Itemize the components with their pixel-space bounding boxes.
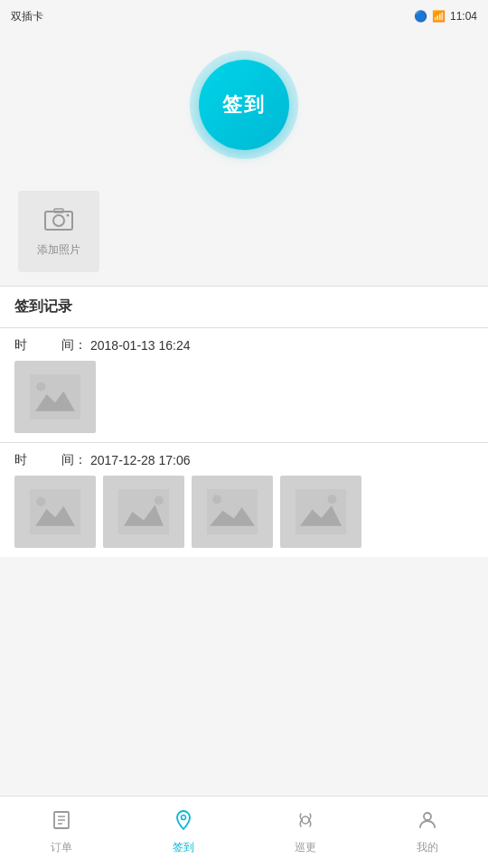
svg-point-1 bbox=[53, 215, 64, 226]
time-value-1: 2018-01-13 16:24 bbox=[90, 338, 191, 353]
records-section: 签到记录 时 间： 2018-01-13 16:24 bbox=[0, 287, 488, 557]
nav-label-order: 订单 bbox=[51, 840, 72, 855]
checkin-nav-icon bbox=[173, 809, 194, 836]
svg-rect-10 bbox=[118, 489, 169, 534]
svg-point-24 bbox=[302, 816, 309, 824]
checkin-button-label: 签到 bbox=[222, 91, 266, 118]
svg-point-9 bbox=[36, 497, 45, 506]
nav-item-checkin[interactable]: 签到 bbox=[122, 797, 244, 868]
status-bar: 双插卡 🔵 📶 11:04 bbox=[0, 0, 488, 33]
record-image bbox=[192, 476, 273, 548]
svg-point-15 bbox=[212, 495, 221, 504]
bottom-nav: 订单 签到 巡更 我的 bbox=[0, 796, 488, 868]
nav-item-patrol[interactable]: 巡更 bbox=[244, 797, 366, 868]
svg-point-25 bbox=[424, 813, 431, 820]
record-image bbox=[14, 476, 96, 548]
svg-rect-16 bbox=[296, 489, 346, 534]
nav-item-order[interactable]: 订单 bbox=[0, 797, 122, 868]
mine-icon bbox=[417, 809, 438, 836]
record-item: 时 间： 2018-01-13 16:24 bbox=[0, 328, 488, 442]
checkin-button-outer[interactable]: 签到 bbox=[190, 51, 298, 159]
time-label-jian-2: 间： bbox=[61, 452, 87, 468]
bluetooth-icon: 🔵 bbox=[414, 10, 427, 23]
photo-section: 添加照片 bbox=[0, 177, 488, 286]
svg-rect-4 bbox=[30, 374, 80, 420]
order-icon bbox=[51, 809, 72, 836]
add-photo-label: 添加照片 bbox=[37, 242, 80, 258]
top-section: 签到 bbox=[0, 33, 488, 177]
time-value-2: 2017-12-28 17:06 bbox=[90, 453, 191, 467]
record-image bbox=[280, 476, 361, 548]
record-images-1 bbox=[14, 361, 474, 433]
time-display: 11:04 bbox=[450, 10, 477, 23]
svg-point-6 bbox=[36, 382, 45, 392]
svg-point-12 bbox=[155, 496, 164, 505]
record-image bbox=[103, 476, 184, 548]
wifi-icon: 📶 bbox=[432, 10, 446, 23]
patrol-icon bbox=[295, 809, 316, 836]
checkin-button-inner[interactable]: 签到 bbox=[199, 60, 289, 150]
record-time-row-2: 时 间： 2017-12-28 17:06 bbox=[14, 452, 474, 468]
status-right: 🔵 📶 11:04 bbox=[414, 10, 477, 23]
nav-label-checkin: 签到 bbox=[173, 840, 194, 855]
record-time-row: 时 间： 2018-01-13 16:24 bbox=[14, 337, 474, 354]
record-image bbox=[14, 361, 96, 433]
record-images-2 bbox=[14, 476, 474, 548]
time-label-jian-1: 间： bbox=[61, 337, 87, 354]
svg-point-23 bbox=[181, 816, 185, 820]
time-label-shi-2: 时 bbox=[14, 452, 27, 468]
content-area: 签到 添加照片 签到记录 时 间： bbox=[0, 33, 488, 796]
svg-point-18 bbox=[328, 495, 337, 504]
time-label-shi-1: 时 bbox=[14, 337, 27, 354]
nav-item-mine[interactable]: 我的 bbox=[366, 797, 488, 868]
nav-label-patrol: 巡更 bbox=[295, 840, 316, 855]
svg-point-3 bbox=[67, 214, 70, 217]
record-item: 时 间： 2017-12-28 17:06 bbox=[0, 443, 488, 557]
add-photo-button[interactable]: 添加照片 bbox=[18, 191, 99, 272]
nav-label-mine: 我的 bbox=[417, 840, 438, 855]
records-title: 签到记录 bbox=[0, 287, 488, 327]
carrier-text: 双插卡 bbox=[11, 9, 43, 24]
camera-icon bbox=[44, 205, 73, 237]
svg-rect-7 bbox=[30, 489, 80, 534]
